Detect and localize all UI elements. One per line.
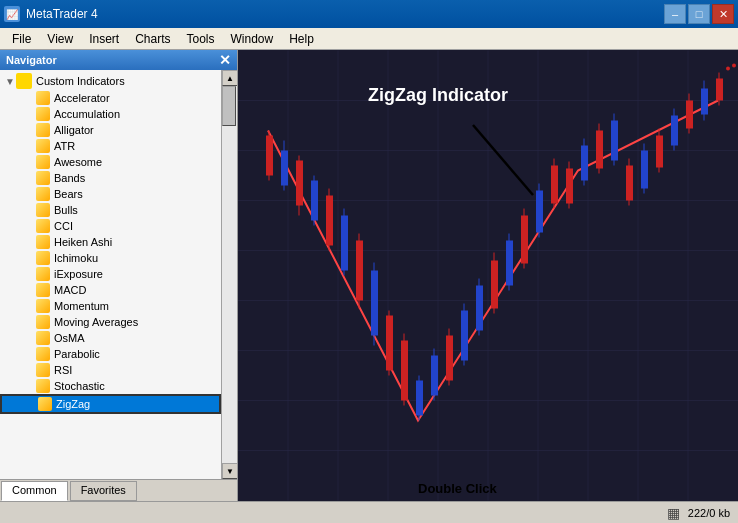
zigzag-annotation-label: ZigZag Indicator xyxy=(368,85,508,106)
indicator-icon xyxy=(36,219,50,233)
close-button[interactable]: ✕ xyxy=(712,4,734,24)
indicator-icon xyxy=(36,299,50,313)
indicator-icon xyxy=(36,203,50,217)
tree-item-moving-averages[interactable]: Moving Averages xyxy=(0,314,221,330)
menu-charts[interactable]: Charts xyxy=(127,30,178,48)
indicator-icon xyxy=(36,235,50,249)
tree-item-accumulation[interactable]: Accumulation xyxy=(0,106,221,122)
tree-item-rsi[interactable]: RSI xyxy=(0,362,221,378)
tab-favorites[interactable]: Favorites xyxy=(70,481,137,501)
menu-view[interactable]: View xyxy=(39,30,81,48)
indicator-icon xyxy=(36,363,50,377)
indicator-icon xyxy=(36,139,50,153)
menu-window[interactable]: Window xyxy=(223,30,282,48)
tree-item-stochastic[interactable]: Stochastic xyxy=(0,378,221,394)
tree-item-momentum[interactable]: Momentum xyxy=(0,298,221,314)
indicator-icon xyxy=(38,397,52,411)
indicator-icon xyxy=(36,315,50,329)
tree-item-osma[interactable]: OsMA xyxy=(0,330,221,346)
tree-item-bulls[interactable]: Bulls xyxy=(0,202,221,218)
item-label: Alligator xyxy=(54,124,94,136)
indicator-icon xyxy=(36,283,50,297)
tree-item-macd[interactable]: MACD xyxy=(0,282,221,298)
indicator-icon xyxy=(36,267,50,281)
scrollbar-track xyxy=(222,86,237,463)
tree-item-atr[interactable]: ATR xyxy=(0,138,221,154)
item-label: Awesome xyxy=(54,156,102,168)
item-label: iExposure xyxy=(54,268,103,280)
item-label: Momentum xyxy=(54,300,109,312)
status-bar: ▦ 222/0 kb xyxy=(0,501,738,523)
item-label: Ichimoku xyxy=(54,252,98,264)
indicator-icon xyxy=(36,251,50,265)
status-grid-icon: ▦ xyxy=(667,505,680,521)
navigator-header: Navigator ✕ xyxy=(0,50,237,70)
tab-favorites-label: Favorites xyxy=(81,484,126,496)
scrollbar-down-button[interactable]: ▼ xyxy=(222,463,237,479)
indicator-icon xyxy=(36,123,50,137)
item-label: Heiken Ashi xyxy=(54,236,112,248)
navigator-tabs: Common Favorites xyxy=(0,479,237,501)
indicator-icon xyxy=(36,187,50,201)
tree-root-custom-indicators[interactable]: ▼ Custom Indicators xyxy=(0,72,221,90)
indicator-icon xyxy=(36,155,50,169)
menu-file[interactable]: File xyxy=(4,30,39,48)
item-label: OsMA xyxy=(54,332,85,344)
item-label: MACD xyxy=(54,284,86,296)
tree-item-parabolic[interactable]: Parabolic xyxy=(0,346,221,362)
tab-common-label: Common xyxy=(12,484,57,496)
tree-item-zigzag[interactable]: ZigZag xyxy=(0,394,221,414)
item-label: Moving Averages xyxy=(54,316,138,328)
expand-icon: ▼ xyxy=(4,76,16,87)
indicator-icon xyxy=(36,91,50,105)
item-label: ATR xyxy=(54,140,75,152)
minimize-button[interactable]: – xyxy=(664,4,686,24)
maximize-button[interactable]: □ xyxy=(688,4,710,24)
item-label: Parabolic xyxy=(54,348,100,360)
title-bar: 📈 MetaTrader 4 – □ ✕ xyxy=(0,0,738,28)
navigator-panel: Navigator ✕ ▼ Custom Indicators Accelera… xyxy=(0,50,238,501)
tree-item-cci[interactable]: CCI xyxy=(0,218,221,234)
title-bar-left: 📈 MetaTrader 4 xyxy=(4,6,98,22)
scrollbar-up-button[interactable]: ▲ xyxy=(222,70,237,86)
tab-common[interactable]: Common xyxy=(1,481,68,501)
navigator-close-button[interactable]: ✕ xyxy=(219,53,231,67)
menu-help[interactable]: Help xyxy=(281,30,322,48)
item-label: RSI xyxy=(54,364,72,376)
menu-insert[interactable]: Insert xyxy=(81,30,127,48)
tree-item-bands[interactable]: Bands xyxy=(0,170,221,186)
item-label: Stochastic xyxy=(54,380,105,392)
item-label: CCI xyxy=(54,220,73,232)
item-label: Bears xyxy=(54,188,83,200)
indicator-icon xyxy=(36,107,50,121)
menu-tools[interactable]: Tools xyxy=(179,30,223,48)
root-label: Custom Indicators xyxy=(36,75,125,87)
tree-item-bears[interactable]: Bears xyxy=(0,186,221,202)
status-memory: 222/0 kb xyxy=(688,507,730,519)
root-folder-icon xyxy=(16,73,32,89)
navigator-tree: ▼ Custom Indicators Accelerator Accumula… xyxy=(0,70,221,479)
tree-item-heiken-ashi[interactable]: Heiken Ashi xyxy=(0,234,221,250)
item-label: ZigZag xyxy=(56,398,90,410)
menu-bar: File View Insert Charts Tools Window Hel… xyxy=(0,28,738,50)
indicator-icon xyxy=(36,347,50,361)
title-bar-title: MetaTrader 4 xyxy=(26,7,98,21)
chart-svg xyxy=(238,50,738,501)
svg-point-80 xyxy=(726,67,730,71)
item-label: Accumulation xyxy=(54,108,120,120)
tree-item-ichimoku[interactable]: Ichimoku xyxy=(0,250,221,266)
navigator-scrollbar: ▲ ▼ xyxy=(221,70,237,479)
tree-item-iexposure[interactable]: iExposure xyxy=(0,266,221,282)
svg-point-81 xyxy=(732,64,736,68)
tree-item-alligator[interactable]: Alligator xyxy=(0,122,221,138)
main-area: Navigator ✕ ▼ Custom Indicators Accelera… xyxy=(0,50,738,501)
app-icon: 📈 xyxy=(4,6,20,22)
chart-area[interactable]: ZigZag Indicator Double Click xyxy=(238,50,738,501)
item-label: Accelerator xyxy=(54,92,110,104)
tree-item-accelerator[interactable]: Accelerator xyxy=(0,90,221,106)
indicator-icon xyxy=(36,379,50,393)
double-click-label: Double Click xyxy=(418,481,497,496)
tree-item-awesome[interactable]: Awesome xyxy=(0,154,221,170)
scrollbar-thumb[interactable] xyxy=(222,86,236,126)
navigator-title: Navigator xyxy=(6,54,57,66)
